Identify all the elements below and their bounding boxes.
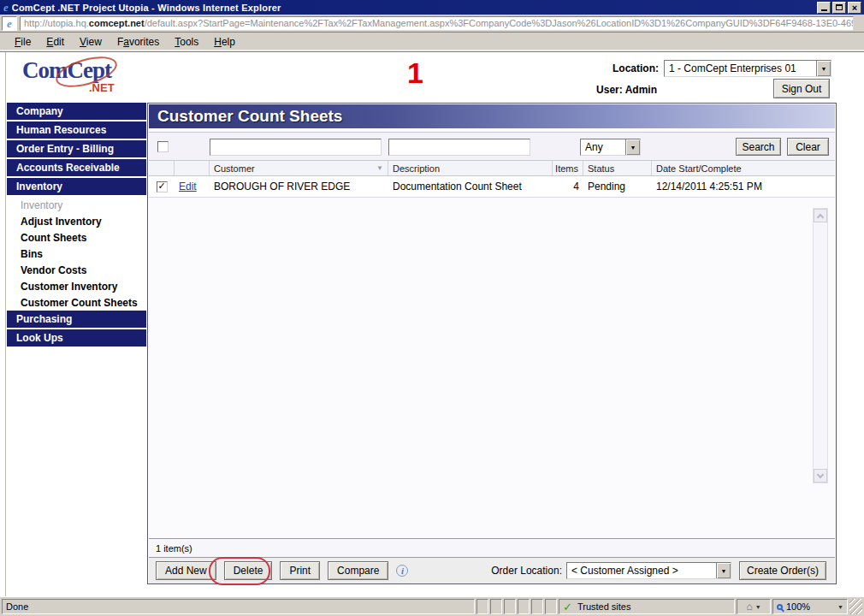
sign-out-button[interactable]: Sign Out: [773, 79, 830, 98]
protect-dropdown-icon[interactable]: ▼: [755, 604, 761, 610]
status-pane: [531, 599, 543, 614]
col-description[interactable]: Description: [388, 161, 553, 175]
url-field[interactable]: http://utopia.hq.comcept.net/default.asp…: [20, 16, 854, 31]
row-checkbox[interactable]: [157, 181, 168, 192]
security-zone-pane[interactable]: ✓ Trusted sites: [559, 599, 735, 614]
url-prefix: http://utopia.hq.: [24, 18, 89, 28]
sidebar-item-count-sheets[interactable]: Count Sheets: [7, 229, 146, 246]
menu-view[interactable]: View: [72, 34, 109, 50]
col-items[interactable]: Items: [553, 161, 583, 175]
vertical-scrollbar[interactable]: [813, 208, 828, 483]
sidebar-item-customer-count-sheets[interactable]: Customer Count Sheets: [7, 294, 146, 311]
compare-button[interactable]: Compare: [328, 561, 388, 580]
zone-text: Trusted sites: [577, 601, 631, 612]
sidebar-item-purchasing[interactable]: Purchasing: [7, 311, 146, 328]
logo-net-text: .NET: [89, 81, 115, 94]
sidebar-item-inventory[interactable]: Inventory: [7, 178, 146, 195]
app-header: ComCept .NET 1 Location: 1 - ComCept Ent…: [0, 52, 864, 103]
edit-link[interactable]: Edit: [179, 181, 197, 192]
status-filter-select[interactable]: Any ▼: [580, 139, 641, 156]
menu-tools[interactable]: Tools: [167, 34, 206, 50]
page-icon-box: e: [2, 16, 17, 31]
status-filter-dropdown-icon[interactable]: ▼: [625, 139, 640, 155]
sidebar-item-accounts-receivable[interactable]: Accounts Receivable: [7, 159, 146, 176]
cell-status: Pending: [583, 176, 652, 197]
status-pane: [504, 599, 516, 614]
house-lock-icon: ⌂: [746, 601, 752, 613]
menu-help[interactable]: Help: [206, 34, 243, 50]
status-pane: [476, 599, 488, 614]
cell-customer: BOROUGH OF RIVER EDGE: [210, 176, 388, 197]
maximize-button[interactable]: [832, 2, 846, 14]
search-row: Any ▼ Search Clear: [149, 132, 835, 161]
order-location-dropdown-icon[interactable]: ▼: [716, 563, 731, 578]
sidebar-item-order-entry-billing[interactable]: Order Entry - Billing: [7, 140, 146, 157]
sidebar-item-bins[interactable]: Bins: [7, 246, 146, 262]
button-bar: Add New Delete Print Compare i Order Loc…: [149, 557, 835, 583]
protected-mode-pane[interactable]: ⌂ ▼: [737, 599, 771, 614]
menu-edit[interactable]: Edit: [38, 34, 72, 50]
search-button[interactable]: Search: [736, 138, 781, 156]
minimize-button[interactable]: [817, 2, 831, 14]
sidebar-item-human-resources[interactable]: Human Resources: [7, 121, 146, 139]
create-orders-button[interactable]: Create Order(s): [739, 561, 826, 580]
location-label: Location:: [612, 62, 659, 74]
scroll-down-button[interactable]: [814, 469, 827, 483]
status-text: Done: [6, 601, 28, 612]
sidebar-item-vendor-costs[interactable]: Vendor Costs: [7, 262, 146, 278]
address-bar: e http://utopia.hq.comcept.net/default.a…: [0, 15, 864, 33]
user-value: Admin: [625, 84, 657, 96]
user-info: User: Admin: [596, 84, 657, 96]
sidebar-item-look-ups[interactable]: Look Ups: [7, 329, 146, 346]
status-bar: Done ✓ Trusted sites ⌂ ▼ 100% ▼: [0, 596, 864, 616]
comcept-logo: ComCept .NET: [22, 57, 133, 97]
sort-desc-icon: ▼: [376, 164, 383, 172]
table-row: Edit BOROUGH OF RIVER EDGE Documentation…: [149, 176, 835, 198]
select-all-checkbox[interactable]: [157, 141, 169, 152]
status-pane: [545, 599, 557, 614]
print-button[interactable]: Print: [280, 561, 320, 580]
page-title: Customer Count Sheets: [149, 104, 835, 128]
zoom-dropdown-icon[interactable]: ▼: [837, 604, 843, 610]
resize-grip[interactable]: [849, 599, 862, 614]
main-panel: Customer Count Sheets Any ▼ Search Clear…: [147, 103, 837, 584]
col-edit: [175, 161, 210, 175]
customer-filter-input[interactable]: [210, 139, 382, 156]
clear-button[interactable]: Clear: [787, 138, 829, 156]
sidebar-item-adjust-inventory[interactable]: Adjust Inventory: [7, 213, 146, 229]
menu-bar: FileEditViewFavoritesToolsHelp: [0, 33, 864, 52]
scroll-up-button[interactable]: [814, 209, 827, 222]
order-location-label: Order Location:: [491, 565, 562, 577]
sidebar-item-inventory-sub: Inventory: [7, 197, 146, 213]
delete-button[interactable]: Delete: [224, 561, 273, 580]
close-button[interactable]: ×: [848, 2, 861, 14]
window-inner-edge: [5, 52, 6, 596]
status-pane: [490, 599, 502, 614]
add-new-button[interactable]: Add New: [156, 561, 216, 580]
info-icon[interactable]: i: [396, 565, 408, 577]
col-customer[interactable]: Customer▼: [210, 161, 388, 175]
location-select[interactable]: 1 - ComCept Enterprises 01 ▼: [664, 60, 831, 77]
cell-items: 4: [553, 176, 583, 197]
annotation-marker-1: 1: [407, 59, 423, 86]
zoom-pane[interactable]: 100% ▼: [772, 599, 848, 614]
menu-file[interactable]: File: [7, 34, 38, 50]
window-titlebar: e ComCept .NET Project Utopia - Windows …: [0, 0, 864, 15]
description-filter-input[interactable]: [388, 139, 530, 156]
menu-favorites[interactable]: Favorites: [109, 34, 167, 50]
cell-date: 12/14/2011 4:25:51 PM: [652, 176, 835, 197]
col-status[interactable]: Status: [583, 161, 652, 175]
sidebar-item-customer-inventory[interactable]: Customer Inventory: [7, 278, 146, 294]
ie-page-icon: e: [7, 18, 12, 29]
zoom-level: 100%: [786, 601, 810, 612]
col-date[interactable]: Date Start/Complete: [652, 161, 835, 175]
magnifier-icon: [777, 604, 783, 610]
order-location-value: < Customer Assigned >: [567, 565, 716, 577]
ie-logo-icon: e: [3, 2, 9, 13]
sidebar-item-company[interactable]: Company: [7, 103, 146, 120]
cell-description: Documentation Count Sheet: [388, 176, 553, 197]
sidebar: CompanyHuman ResourcesOrder Entry - Bill…: [7, 103, 146, 348]
url-path: /default.aspx?StartPage=Maintenance%2FTa…: [145, 18, 854, 28]
location-dropdown-icon[interactable]: ▼: [816, 61, 831, 76]
order-location-select[interactable]: < Customer Assigned > ▼: [566, 562, 731, 579]
